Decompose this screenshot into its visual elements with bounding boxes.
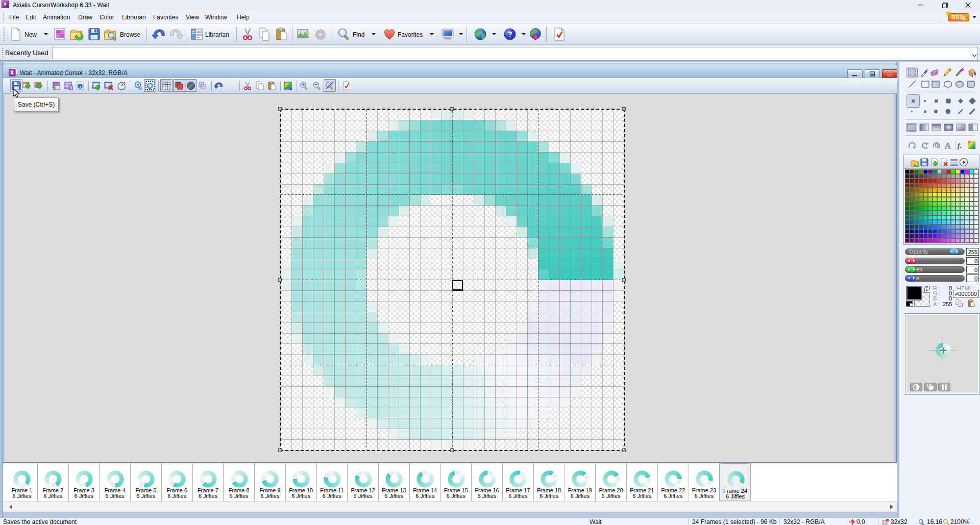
svg-text:f.: f. <box>958 141 962 149</box>
svg-text:?: ? <box>507 30 512 38</box>
svg-text:A: A <box>945 141 951 151</box>
